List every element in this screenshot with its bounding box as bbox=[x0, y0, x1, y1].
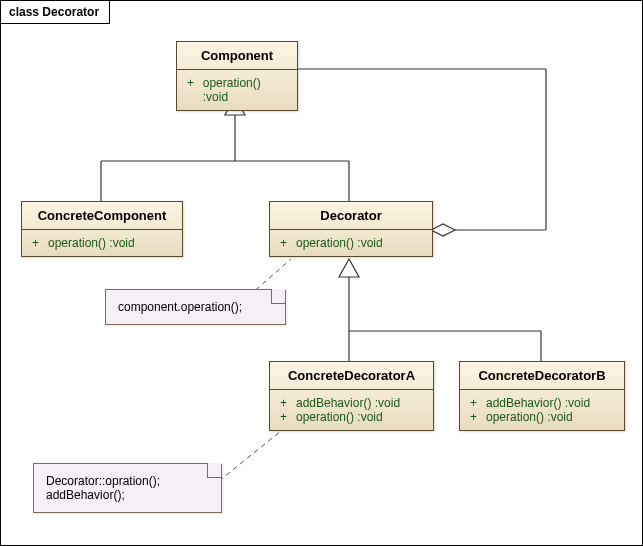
svg-marker-10 bbox=[431, 224, 455, 236]
note-line: component.operation(); bbox=[118, 300, 273, 314]
operation-row: + operation() :void bbox=[280, 236, 422, 250]
class-operations: + operation() :void bbox=[270, 230, 432, 256]
operation-row: + operation() :void bbox=[187, 76, 287, 104]
class-concrete-component: ConcreteComponent + operation() :void bbox=[21, 201, 183, 257]
note-line: Decorator::opration(); bbox=[46, 474, 209, 488]
operation-signature: operation() :void bbox=[486, 410, 573, 424]
class-component: Component + operation() :void bbox=[176, 41, 298, 111]
visibility: + bbox=[280, 236, 290, 250]
class-concrete-decorator-b: ConcreteDecoratorB + addBehavior() :void… bbox=[459, 361, 625, 431]
visibility: + bbox=[187, 76, 197, 104]
operation-signature: operation() :void bbox=[296, 410, 383, 424]
operation-row: + operation() :void bbox=[470, 410, 614, 424]
note-decorator: component.operation(); bbox=[105, 289, 286, 325]
class-name: Component bbox=[177, 42, 297, 70]
svg-marker-5 bbox=[339, 259, 359, 277]
operation-signature: operation() :void bbox=[296, 236, 383, 250]
class-name: Decorator bbox=[270, 202, 432, 230]
svg-line-15 bbox=[219, 431, 281, 481]
operation-row: + addBehavior() :void bbox=[470, 396, 614, 410]
class-operations: + addBehavior() :void + operation() :voi… bbox=[460, 390, 624, 430]
operation-row: + operation() :void bbox=[280, 410, 423, 424]
class-operations: + addBehavior() :void + operation() :voi… bbox=[270, 390, 433, 430]
class-concrete-decorator-a: ConcreteDecoratorA + addBehavior() :void… bbox=[269, 361, 434, 431]
operation-signature: operation() :void bbox=[48, 236, 135, 250]
class-decorator: Decorator + operation() :void bbox=[269, 201, 433, 257]
visibility: + bbox=[280, 410, 290, 424]
visibility: + bbox=[470, 410, 480, 424]
class-operations: + operation() :void bbox=[22, 230, 182, 256]
visibility: + bbox=[280, 396, 290, 410]
class-name: ConcreteDecoratorA bbox=[270, 362, 433, 390]
note-concrete-decorator-a: Decorator::opration(); addBehavior(); bbox=[33, 463, 222, 513]
visibility: + bbox=[32, 236, 42, 250]
class-operations: + operation() :void bbox=[177, 70, 297, 110]
operation-row: + operation() :void bbox=[32, 236, 172, 250]
visibility: + bbox=[470, 396, 480, 410]
operation-signature: operation() :void bbox=[203, 76, 287, 104]
class-diagram-frame: class Decorator Component + opera bbox=[0, 0, 643, 546]
class-name: ConcreteDecoratorB bbox=[460, 362, 624, 390]
note-line: addBehavior(); bbox=[46, 488, 209, 502]
operation-signature: addBehavior() :void bbox=[486, 396, 590, 410]
operation-signature: addBehavior() :void bbox=[296, 396, 400, 410]
operation-row: + addBehavior() :void bbox=[280, 396, 423, 410]
class-name: ConcreteComponent bbox=[22, 202, 182, 230]
